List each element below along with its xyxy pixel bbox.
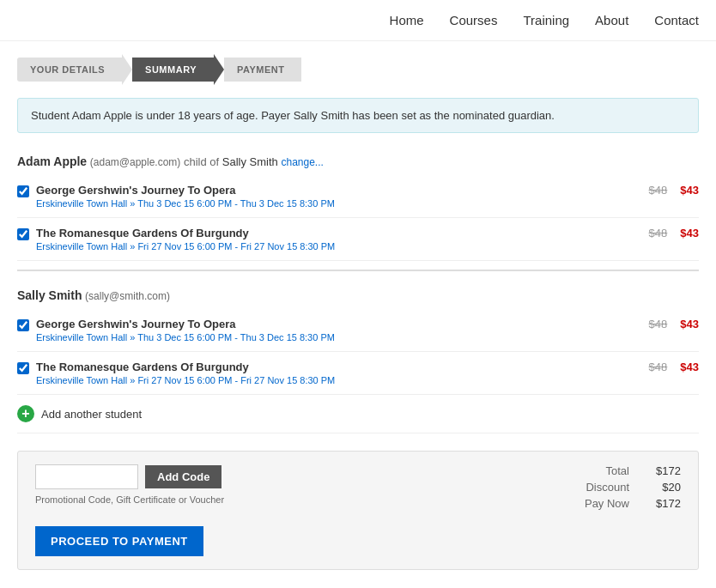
sally-course-1: George Gershwin's Journey To Opera Erski… [17,309,699,352]
steps-container: Your Details Summary Payment [0,41,716,98]
add-student-icon[interactable]: + [17,405,34,422]
pay-now-row: Pay Now $172 [526,497,681,510]
total-row: Total $172 [526,464,681,477]
main-content: Adam Apple (adam@apple.com) child of Sal… [0,146,716,570]
proceed-to-payment-button[interactable]: PROCEED TO PAYMENT [35,526,203,556]
nav-about[interactable]: About [595,13,628,27]
section-divider [17,270,699,271]
bottom-section: Add Code Promotional Code, Gift Certific… [17,451,699,570]
promo-helper-text: Promotional Code, Gift Certificate or Vo… [35,494,526,505]
sally-course-2-checkbox[interactable] [17,362,29,374]
nav-courses[interactable]: Courses [450,13,498,27]
alert-banner: Student Adam Apple is under 18 years of … [17,98,699,133]
student-sally-header: Sally Smith (sally@smith.com) [17,280,699,309]
promo-code-input[interactable] [35,464,138,489]
bottom-row: Add Code Promotional Code, Gift Certific… [35,464,681,556]
nav-training[interactable]: Training [523,13,569,27]
add-student-label: Add another student [41,408,142,421]
step-payment[interactable]: Payment [224,58,301,82]
sally-course-2: The Romanesque Gardens Of Burgundy Erski… [17,352,699,395]
promo-section: Add Code Promotional Code, Gift Certific… [35,464,526,556]
add-student-row[interactable]: + Add another student [17,395,699,433]
change-guardian-link[interactable]: change... [281,156,323,168]
main-nav: Home Courses Training About Contact [0,0,716,41]
step-summary[interactable]: Summary [132,58,214,82]
totals-section: Total $172 Discount $20 Pay Now $172 [526,464,681,513]
nav-contact[interactable]: Contact [654,13,699,27]
adam-course-2-checkbox[interactable] [17,228,29,240]
student-adam-header: Adam Apple (adam@apple.com) child of Sal… [17,146,699,175]
sally-course-1-checkbox[interactable] [17,319,29,331]
step-arrow-2 [214,54,224,85]
step-your-details[interactable]: Your Details [17,58,122,82]
add-code-button[interactable]: Add Code [145,465,221,488]
adam-course-1: George Gershwin's Journey To Opera Erski… [17,175,699,218]
adam-course-1-checkbox[interactable] [17,185,29,197]
adam-course-2: The Romanesque Gardens Of Burgundy Erski… [17,218,699,261]
discount-row: Discount $20 [526,481,681,494]
promo-row: Add Code [35,464,526,489]
nav-home[interactable]: Home [390,13,424,27]
step-arrow-1 [122,54,132,85]
